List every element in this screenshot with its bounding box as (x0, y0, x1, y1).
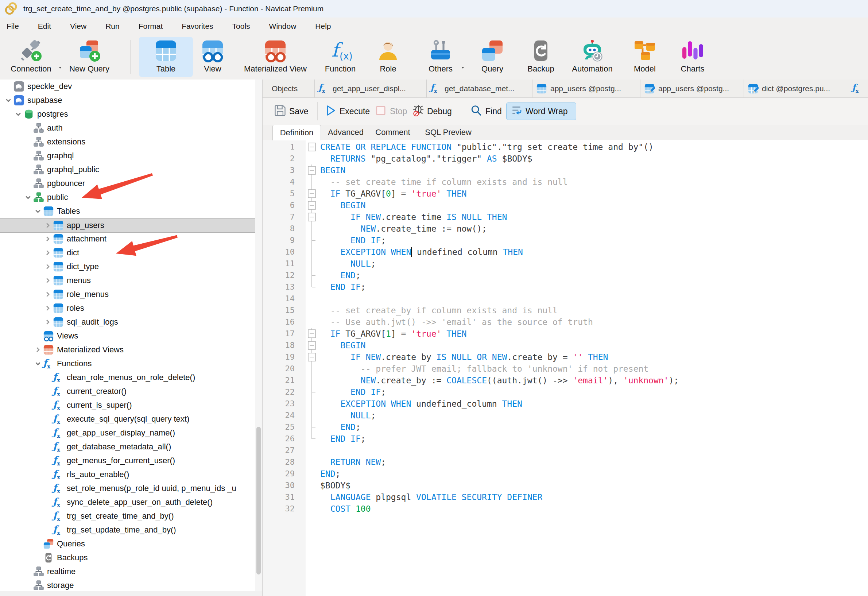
code-line-15[interactable]: 15 -- set create_by if column exists and… (263, 305, 868, 316)
fold-marker[interactable] (307, 165, 317, 176)
dropdown-caret-icon[interactable] (461, 67, 464, 69)
toolbar-view-button[interactable]: View (194, 37, 232, 77)
object-tab-3[interactable]: app_users @postg... (533, 80, 641, 97)
chevron-right-icon[interactable] (44, 263, 52, 270)
object-tab-4[interactable]: app_users @postg... (641, 80, 744, 97)
sidebar-item-functions[interactable]: ƒxFunctions (0, 357, 262, 370)
sidebar-item-dict[interactable]: dict (0, 246, 262, 260)
code-line-6[interactable]: 6 BEGIN (263, 199, 868, 211)
chevron-right-icon[interactable] (34, 346, 41, 353)
toolbar-model-button[interactable]: Model (625, 37, 665, 77)
find-button[interactable]: Find (470, 98, 502, 125)
sidebar-item-public[interactable]: public (0, 190, 262, 204)
chevron-right-icon[interactable] (44, 235, 52, 243)
fold-marker[interactable] (307, 351, 317, 363)
chevron-right-icon[interactable] (44, 277, 52, 284)
sidebar-vertical-scrollbar[interactable] (255, 80, 262, 591)
chevron-down-icon[interactable] (34, 208, 41, 215)
code-line-22[interactable]: 22 END IF; (263, 386, 868, 398)
code-line-13[interactable]: 13 END IF; (263, 281, 868, 293)
sidebar-item-clean_role_menus_on_role_delete[interactable]: ƒxclean_role_menus_on_role_delete() (0, 370, 262, 384)
sidebar-item-extensions[interactable]: extensions (0, 135, 262, 149)
fold-marker[interactable] (307, 211, 317, 223)
sidebar-item-sync_delete_app_user_on_auth_delete[interactable]: ƒxsync_delete_app_user_on_auth_delete() (0, 495, 262, 509)
sidebar-item-dict_type[interactable]: dict_type (0, 260, 262, 274)
toolbar-new-query-button[interactable]: New Query (62, 37, 117, 77)
toolbar-connection-button[interactable]: Connection (0, 37, 62, 77)
menu-tools[interactable]: Tools (223, 18, 260, 35)
code-line-26[interactable]: 26 END IF; (263, 433, 868, 445)
sidebar-item-queries[interactable]: Queries (0, 537, 262, 551)
code-line-24[interactable]: 24 NULL; (263, 410, 868, 421)
sidebar-item-attachment[interactable]: attachment (0, 232, 262, 246)
fold-marker[interactable] (307, 141, 317, 153)
code-line-31[interactable]: 31 LANGUAGE plpgsql VOLATILE SECURITY DE… (263, 491, 868, 503)
sidebar-item-backups[interactable]: Backups (0, 551, 262, 565)
menu-file[interactable]: File (0, 18, 28, 35)
sidebar-item-trg_set_update_time_and_by[interactable]: ƒxtrg_set_update_time_and_by() (0, 523, 262, 537)
code-line-19[interactable]: 19 IF NEW.create_by IS NULL OR NEW.creat… (263, 351, 868, 363)
object-tab-1[interactable]: ƒxget_app_user_displ... (315, 80, 427, 97)
toolbar-query-button[interactable]: Query (472, 37, 512, 77)
code-line-5[interactable]: 5 IF TG_ARGV[0] = 'true' THEN (263, 188, 868, 199)
save-button[interactable]: Save (273, 98, 308, 125)
code-line-9[interactable]: 9 END IF; (263, 235, 868, 246)
sidebar-item-storage[interactable]: storage (0, 578, 262, 592)
toolbar-automation-button[interactable]: Automation (563, 37, 621, 77)
code-line-14[interactable]: 14 (263, 293, 868, 305)
sidebar-item-trg_set_create_time_and_by[interactable]: ƒxtrg_set_create_time_and_by() (0, 509, 262, 523)
code-line-10[interactable]: 10 EXCEPTION WHEN undefined_column THEN (263, 246, 868, 258)
sidebar-item-app_users[interactable]: app_users (0, 218, 262, 233)
sidebar-item-speckle_dev[interactable]: speckle_dev (0, 80, 262, 93)
fold-marker[interactable] (307, 339, 317, 351)
sidebar-item-pgbouncer[interactable]: pgbouncer (0, 177, 262, 190)
chevron-right-icon[interactable] (44, 222, 52, 229)
object-tab-2[interactable]: ƒxget_database_met... (427, 80, 533, 97)
toolbar-others-button[interactable]: Others (419, 37, 462, 77)
object-tab-5[interactable]: dict @postgres.pu... (744, 80, 848, 97)
chevron-right-icon[interactable] (44, 319, 52, 326)
code-line-23[interactable]: 23 EXCEPTION WHEN undefined_column THEN (263, 398, 868, 410)
sidebar-item-postgres[interactable]: postgres (0, 107, 262, 121)
menu-edit[interactable]: Edit (28, 18, 61, 35)
fold-marker[interactable] (307, 328, 317, 339)
sidebar-item-current_is_super[interactable]: ƒxcurrent_is_super() (0, 398, 262, 412)
sidebar-item-execute_sql_querysql_querytext[interactable]: ƒxexecute_sql_query(sql_query text) (0, 412, 262, 426)
tab-definition[interactable]: Definition (272, 125, 321, 140)
menu-run[interactable]: Run (96, 18, 129, 35)
sidebar-item-views[interactable]: Views (0, 329, 262, 343)
menu-window[interactable]: Window (260, 18, 306, 35)
sidebar-item-materializedviews[interactable]: Materialized Views (0, 343, 262, 357)
code-line-28[interactable]: 28 RETURN NEW; (263, 456, 868, 468)
word-wrap-toggle[interactable]: Word Wrap (506, 102, 576, 120)
code-line-8[interactable]: 8 NEW.create_time := now(); (263, 223, 868, 235)
code-line-20[interactable]: 20 -- prefer JWT email; fallback to 'unk… (263, 363, 868, 375)
code-line-32[interactable]: 32 COST 100 (263, 503, 868, 515)
sql-code-editor[interactable]: 1CREATE OR REPLACE FUNCTION "public"."tr… (263, 140, 868, 596)
sidebar-item-current_creator[interactable]: ƒxcurrent_creator() (0, 384, 262, 398)
scrollbar-thumb[interactable] (256, 427, 261, 574)
sidebar-item-menus[interactable]: menus (0, 274, 262, 288)
code-line-25[interactable]: 25 END; (263, 421, 868, 433)
menu-favorites[interactable]: Favorites (172, 18, 223, 35)
chevron-right-icon[interactable] (44, 305, 52, 312)
toolbar-charts-button[interactable]: Charts (673, 37, 713, 77)
sidebar-item-tables[interactable]: Tables (0, 204, 262, 218)
chevron-down-icon[interactable] (15, 111, 22, 118)
code-line-1[interactable]: 1CREATE OR REPLACE FUNCTION "public"."tr… (263, 141, 868, 153)
sidebar-item-graphql[interactable]: graphql (0, 149, 262, 163)
sidebar-item-graphql_public[interactable]: graphql_public (0, 163, 262, 177)
fold-marker[interactable] (307, 188, 317, 199)
code-line-17[interactable]: 17 IF TG_ARGV[1] = 'true' THEN (263, 328, 868, 339)
tab-comment[interactable]: Comment (370, 125, 416, 140)
code-line-27[interactable]: 27 (263, 445, 868, 456)
toolbar-role-button[interactable]: Role (370, 37, 406, 77)
chevron-right-icon[interactable] (44, 249, 52, 257)
sidebar-item-auth[interactable]: auth (0, 121, 262, 135)
sidebar-item-get_menus_for_current_user[interactable]: ƒxget_menus_for_current_user() (0, 454, 262, 468)
sidebar-item-sql_audit_logs[interactable]: sql_audit_logs (0, 315, 262, 329)
sidebar-horizontal-scrollbar[interactable] (0, 591, 262, 596)
chevron-right-icon[interactable] (44, 291, 52, 298)
menu-view[interactable]: View (61, 18, 96, 35)
sidebar-item-get_database_metadata_all[interactable]: ƒxget_database_metadata_all() (0, 440, 262, 454)
